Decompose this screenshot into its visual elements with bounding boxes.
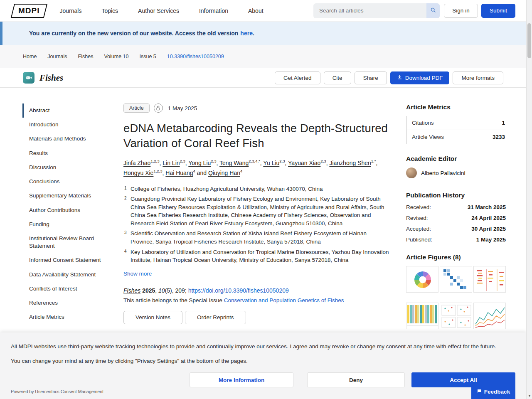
nav-item-information[interactable]: Information [199, 7, 228, 14]
scroll-down-arrow[interactable]: ▼ [527, 394, 532, 398]
article-main: Article 1 May 2025 eDNA Metabarcoding Re… [123, 103, 389, 324]
author-sup: 1,* [371, 159, 376, 163]
author-sup: 2,3 [320, 159, 326, 163]
breadcrumb-item-home[interactable]: Home [23, 54, 37, 59]
metric-value: 1 [502, 120, 505, 126]
affiliation-text: Scientific Observation and Research Stat… [131, 229, 389, 246]
academic-editor: Alberto Pallavicini [406, 167, 506, 178]
author-link[interactable]: Jinfa Zhao [123, 160, 150, 166]
doi-link[interactable]: https://doi.org/10.3390/fishes10050209 [188, 287, 289, 294]
nav-item-about[interactable]: About [248, 7, 264, 14]
history-label: Received: [406, 204, 431, 210]
breadcrumb-item-volume-10[interactable]: Volume 10 [104, 54, 128, 59]
nav-item-author-services[interactable]: Author Services [138, 7, 179, 14]
show-more-link[interactable]: Show more [123, 271, 152, 277]
editor-name-link[interactable]: Alberto Pallavicini [421, 170, 466, 176]
cite-button[interactable]: Cite [324, 71, 351, 84]
scrollbar-thumb[interactable] [527, 23, 531, 58]
cookie-text-1: All MDPI websites use third-party websit… [11, 343, 515, 350]
breadcrumb-item-10-3390-fishes10050209[interactable]: 10.3390/fishes10050209 [167, 54, 224, 59]
citation-journal-link[interactable]: Fishes [123, 287, 140, 294]
sidebar-item-discussion[interactable]: Discussion [22, 160, 117, 175]
author-link[interactable]: Jianzhong Shen [329, 160, 371, 166]
article-badges: Article 1 May 2025 [123, 103, 389, 113]
sidebar-item-conclusions[interactable]: Conclusions [22, 175, 117, 189]
sign-in-button[interactable]: Sign in [444, 4, 478, 18]
sidebar-item-results[interactable]: Results [22, 146, 117, 160]
sidebar-item-informed-consent-statement[interactable]: Informed Consent Statement [22, 253, 117, 267]
powered-by-text: Powered by Usercentrics Consent Manageme… [11, 389, 103, 394]
author-link[interactable]: Lin Lin [163, 160, 180, 166]
download-pdf-button[interactable]: Download PDF [390, 71, 450, 84]
author-item: Jinfa Zhao1,2,3 [123, 160, 160, 166]
page: MDPI JournalsTopicsAuthor ServicesInform… [0, 0, 532, 399]
version-notes-button[interactable]: Version Notes [123, 311, 182, 324]
figure-thumbnail[interactable] [440, 303, 472, 329]
mdpi-logo[interactable]: MDPI [11, 4, 47, 18]
sidebar-item-funding[interactable]: Funding [22, 217, 117, 232]
history-label: Accepted: [406, 226, 431, 232]
article-toc: AbstractIntroductionMaterials and Method… [23, 103, 117, 325]
metric-value: 3233 [493, 134, 505, 140]
sidebar-item-abstract[interactable]: Abstract [22, 103, 117, 118]
author-item: Lin Lin2,3 [163, 160, 185, 166]
author-sup: 2,3,4,* [249, 159, 260, 163]
author-sup: 2,3 [279, 159, 285, 163]
sidebar-item-institutional-review-board-statement[interactable]: Institutional Review Board Statement [22, 232, 117, 253]
breadcrumb-item-issue-5[interactable]: Issue 5 [140, 54, 156, 59]
article-figures-heading: Article Figures (8) [406, 254, 506, 261]
get-alerted-button[interactable]: Get Alerted [275, 71, 320, 84]
share-button[interactable]: Share [355, 71, 387, 84]
more-formats-button[interactable]: More formats [453, 71, 503, 84]
sidebar-item-supplementary-materials[interactable]: Supplementary Materials [22, 189, 117, 203]
affiliation-item: 4Key Laboratory of Utilization and Conse… [123, 248, 389, 264]
sidebar-item-data-availability-statement[interactable]: Data Availability Statement [22, 268, 117, 282]
more-information-button[interactable]: More Information [190, 372, 293, 387]
search-button[interactable] [426, 3, 440, 18]
search-icon [430, 7, 436, 15]
author-link[interactable]: Yayuan Xiao [288, 160, 320, 166]
figure-thumbnail[interactable] [473, 266, 506, 293]
notice-suffix: . [253, 30, 254, 37]
breadcrumb-item-fishes[interactable]: Fishes [78, 54, 94, 59]
sidebar-item-conflicts-of-interest[interactable]: Conflicts of Interest [22, 282, 117, 296]
history-value: 1 May 2025 [476, 236, 506, 243]
author-list: Jinfa Zhao1,2,3, Lin Lin2,3, Yong Liu2,3… [123, 158, 389, 178]
order-reprints-button[interactable]: Order Reprints [185, 311, 246, 324]
deny-button[interactable]: Deny [307, 372, 405, 387]
figure-thumbnail[interactable] [473, 303, 506, 329]
sidebar-item-author-contributions[interactable]: Author Contributions [22, 203, 117, 217]
publication-history-heading: Publication History [406, 192, 506, 199]
old-version-link[interactable]: here [240, 30, 253, 37]
affiliation-item: 3Scientific Observation and Research Sta… [123, 229, 389, 246]
author-sup: 4 [240, 169, 242, 173]
right-sidebar: Article Metrics Citations1Article Views3… [406, 103, 506, 329]
sidebar-item-materials-and-methods[interactable]: Materials and Methods [22, 132, 117, 146]
history-row: Accepted:30 April 2025 [406, 226, 506, 232]
sidebar-item-references[interactable]: References [22, 296, 117, 310]
author-link[interactable]: Yong Liu [188, 160, 211, 166]
metrics-list: Citations1Article Views3233 [406, 116, 506, 144]
author-link[interactable]: Hai Huang [165, 170, 193, 176]
sidebar-item-introduction[interactable]: Introduction [22, 118, 117, 132]
history-value: 31 March 2025 [468, 204, 506, 210]
nav-item-topics[interactable]: Topics [101, 7, 118, 14]
breadcrumb-item-journals[interactable]: Journals [47, 54, 67, 59]
scrollbar[interactable]: ▼ [526, 0, 532, 399]
submit-button[interactable]: Submit [481, 4, 515, 18]
affiliation-number: 1 [124, 185, 128, 193]
author-link[interactable]: Qiuying Han [208, 170, 240, 176]
affiliation-number: 4 [124, 249, 128, 264]
author-link[interactable]: Hongyu Xie [123, 170, 153, 176]
special-issue-link[interactable]: Conservation and Population Genetics of … [224, 297, 344, 303]
sidebar-item-article-metrics[interactable]: Article Metrics [22, 310, 117, 324]
figure-thumbnail[interactable] [440, 266, 472, 293]
figure-thumbnail[interactable] [406, 266, 438, 293]
author-link[interactable]: Yu Liu [263, 160, 279, 166]
figure-thumbnail[interactable] [406, 303, 438, 329]
author-item: Jianzhong Shen1,* [329, 160, 376, 166]
nav-item-journals[interactable]: Journals [60, 7, 82, 14]
author-link[interactable]: Teng Wang [219, 160, 249, 166]
feedback-button[interactable]: Feedback [471, 384, 515, 399]
search-input[interactable] [313, 3, 426, 18]
